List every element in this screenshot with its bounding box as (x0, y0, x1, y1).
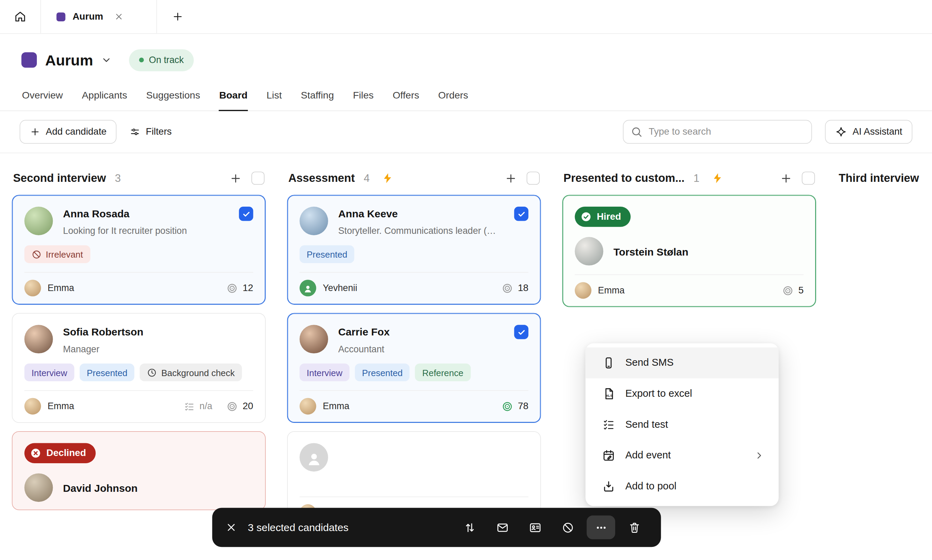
nav-tab-staffing[interactable]: Staffing (300, 88, 334, 111)
board-toolbar: Add candidate Filters AI Assistant (0, 111, 932, 153)
card-checkbox[interactable] (239, 207, 253, 221)
candidate-subtitle: Manager (63, 344, 235, 354)
filter-icon (130, 126, 140, 137)
card-checkbox[interactable] (514, 325, 528, 339)
menu-item-send-test[interactable]: Send test (586, 409, 779, 440)
card-head (299, 443, 528, 471)
menu-item-add-to-pool[interactable]: Add to pool (586, 471, 779, 502)
selection-count-label: 3 selected candidates (248, 521, 349, 534)
column-add-button[interactable] (780, 172, 792, 184)
owner-name: Emma (48, 283, 74, 294)
tag-list: Presented (299, 245, 528, 263)
score-value: 18 (518, 283, 528, 294)
avatar (299, 280, 316, 296)
calendar-icon (602, 449, 615, 462)
column-actions (230, 172, 265, 185)
filters-button[interactable]: Filters (124, 120, 177, 144)
menu-item-label: Add to pool (625, 480, 676, 492)
tasks-value: n/a (199, 401, 212, 412)
tag-label: Presented (87, 368, 128, 377)
tag-label: Interview (31, 368, 67, 377)
card-identity: Carrie FoxAccountant (338, 325, 507, 354)
contact-card-button[interactable] (521, 514, 548, 540)
new-tab-button[interactable] (157, 0, 199, 34)
candidate-card[interactable]: Sofia RobertsonManagerInterviewPresented… (12, 313, 265, 423)
close-icon[interactable] (225, 522, 237, 533)
tag-presented: Presented (80, 363, 134, 381)
candidate-card[interactable]: Anna RosadaLooking for It recruiter posi… (12, 195, 265, 305)
browser-tab-aurum[interactable]: Aurum (40, 0, 157, 34)
candidate-subtitle: Looking for It recruiter position (63, 226, 232, 236)
menu-item-add-event[interactable]: Add event (586, 440, 779, 471)
status-badge[interactable]: On track (128, 49, 194, 71)
column-title: Third interview (839, 172, 919, 185)
search-input[interactable] (623, 120, 812, 144)
status-badge: Declined (25, 443, 96, 463)
menu-item-export-to-excel[interactable]: XLSExport to excel (586, 378, 779, 409)
candidate-card[interactable]: Carrie FoxAccountantInterviewPresentedRe… (287, 313, 541, 423)
candidate-card[interactable]: DeclinedDavid Johnson (12, 431, 265, 510)
avatar (25, 325, 53, 353)
column-header: Presented to custom...1 (562, 165, 816, 191)
block-button[interactable] (554, 514, 581, 540)
avatar (25, 280, 41, 296)
tag-list: InterviewPresentedReference (299, 363, 528, 381)
candidate-card[interactable]: HiredTorstein StølanEmma5 (562, 195, 816, 307)
nav-tab-list[interactable]: List (266, 88, 282, 111)
candidate-card[interactable]: Anna KeeveStoryteller. Communications le… (287, 195, 541, 305)
column-header: Second interview3 (12, 165, 265, 191)
avatar (575, 282, 591, 298)
card-checkbox[interactable] (514, 207, 528, 221)
nav-tab-files[interactable]: Files (352, 88, 374, 111)
column-count: 3 (115, 172, 120, 184)
menu-item-send-sms[interactable]: Send SMS (586, 348, 779, 378)
score-indicator: 12 (227, 282, 253, 294)
card-metrics: n/a20 (184, 400, 253, 412)
nav-tab-offers[interactable]: Offers (392, 88, 420, 111)
nav-tab-suggestions[interactable]: Suggestions (145, 88, 201, 111)
email-button[interactable] (489, 514, 516, 540)
clock-icon (147, 368, 157, 377)
column-header: Assessment4 (287, 165, 541, 191)
send-test-icon (602, 418, 615, 431)
tag-reference: Reference (415, 363, 471, 381)
prohibit-icon (31, 249, 42, 259)
owner-name: Emma (322, 401, 349, 412)
more-actions-button[interactable] (586, 515, 615, 539)
card-metrics: 78 (502, 400, 528, 412)
close-tab-icon[interactable] (114, 12, 123, 22)
column-checkbox[interactable] (251, 172, 264, 185)
tag-label: Background check (161, 368, 235, 377)
browser-tabbar: Aurum (0, 0, 932, 34)
column-add-button[interactable] (505, 172, 517, 184)
card-identity: Anna KeeveStoryteller. Communications le… (338, 207, 507, 236)
status-label: On track (149, 55, 184, 65)
ai-assistant-button[interactable]: AI Assistant (825, 120, 912, 144)
menu-item-label: Send SMS (625, 357, 673, 369)
column-checkbox[interactable] (527, 172, 540, 185)
candidate-subtitle: Accountant (338, 344, 507, 354)
home-button[interactable] (0, 0, 40, 34)
chevron-down-icon[interactable] (100, 54, 112, 66)
add-candidate-button[interactable]: Add candidate (20, 120, 117, 144)
nav-tab-orders[interactable]: Orders (438, 88, 469, 111)
candidate-subtitle: Storyteller. Communications leader (… (338, 226, 507, 236)
card-head: Anna RosadaLooking for It recruiter posi… (25, 207, 253, 236)
nav-tab-overview[interactable]: Overview (22, 88, 63, 111)
tab-title: Aurum (73, 11, 103, 22)
card-head: Carrie FoxAccountant (299, 325, 528, 354)
score-indicator: 5 (782, 285, 804, 296)
owner: Yevhenii (299, 280, 357, 296)
delete-button[interactable] (620, 514, 648, 540)
avatar (299, 398, 316, 414)
column-checkbox[interactable] (802, 172, 815, 185)
score-indicator: 78 (502, 400, 528, 412)
status-dot-icon (139, 57, 144, 62)
sort-button[interactable] (456, 514, 483, 540)
plus-icon (172, 11, 184, 22)
nav-tab-board[interactable]: Board (219, 88, 248, 111)
nav-tab-applicants[interactable]: Applicants (81, 88, 128, 111)
card-metrics: 12 (227, 282, 253, 294)
pool-icon (602, 480, 615, 493)
column-add-button[interactable] (230, 172, 242, 184)
